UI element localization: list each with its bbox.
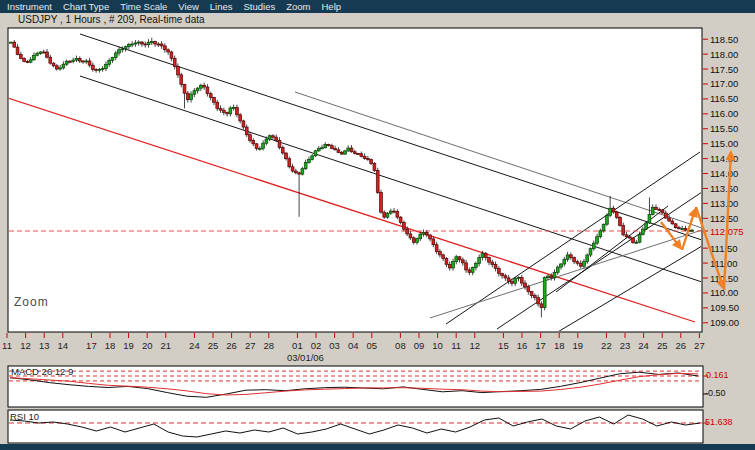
svg-text:27: 27 [245, 340, 256, 351]
zoom-region-label: Zoom [14, 295, 49, 309]
svg-text:116.50: 116.50 [710, 93, 738, 104]
svg-text:109.50: 109.50 [710, 302, 739, 313]
chart-canvas[interactable]: 118.50118.00117.50117.00116.50116.00115.… [0, 0, 755, 450]
time-axis: 11121314171819202124252627280103/01/0602… [2, 333, 705, 363]
chart-title: USDJPY , 1 Hours , # 209, Real-time data [18, 14, 205, 25]
svg-text:25: 25 [208, 340, 219, 351]
svg-text:14: 14 [58, 340, 69, 351]
rsi-current-value: 51.638 [705, 417, 733, 427]
macd-panel[interactable] [8, 366, 703, 407]
svg-text:13: 13 [39, 340, 50, 351]
svg-text:18: 18 [105, 340, 116, 351]
svg-text:109.00: 109.00 [710, 317, 739, 328]
svg-text:08: 08 [395, 340, 406, 351]
month-label: 03/01/06 [287, 352, 324, 363]
svg-text:20: 20 [142, 340, 153, 351]
svg-text:21: 21 [161, 340, 172, 351]
svg-text:03: 03 [329, 340, 340, 351]
menu-item-help[interactable]: Help [321, 0, 341, 13]
svg-text:118.50: 118.50 [710, 34, 738, 45]
svg-text:09: 09 [414, 340, 425, 351]
svg-text:118.00: 118.00 [710, 49, 738, 60]
svg-text:15: 15 [498, 340, 509, 351]
menu-item-studies[interactable]: Studies [244, 0, 276, 13]
menu-bar: InstrumentChart TypeTime ScaleViewLinesS… [0, 0, 755, 13]
svg-text:12: 12 [470, 340, 481, 351]
svg-text:19: 19 [573, 340, 584, 351]
menu-item-time-scale[interactable]: Time Scale [120, 0, 167, 13]
menu-item-zoom[interactable]: Zoom [286, 0, 310, 13]
svg-text:19: 19 [123, 340, 134, 351]
svg-text:113.50: 113.50 [710, 183, 738, 194]
svg-text:26: 26 [676, 340, 687, 351]
macd-current-value: 0.161 [706, 370, 729, 380]
svg-text:12: 12 [20, 340, 31, 351]
svg-text:26: 26 [226, 340, 237, 351]
svg-text:24: 24 [638, 340, 649, 351]
svg-text:25: 25 [657, 340, 668, 351]
chart-application-window: 118.50118.00117.50117.00116.50116.00115.… [0, 0, 755, 450]
svg-text:114.00: 114.00 [710, 168, 738, 179]
menu-item-view[interactable]: View [178, 0, 198, 13]
svg-text:01: 01 [292, 340, 303, 351]
menu-item-instrument[interactable]: Instrument [7, 0, 52, 13]
svg-text:17: 17 [535, 340, 546, 351]
svg-text:117.50: 117.50 [710, 64, 738, 75]
menu-item-chart-type[interactable]: Chart Type [63, 0, 109, 13]
svg-text:117.00: 117.00 [710, 78, 738, 89]
svg-text:04: 04 [348, 340, 359, 351]
svg-text:05: 05 [367, 340, 378, 351]
rsi-study-label: RSI 10 [10, 411, 39, 422]
svg-text:17: 17 [86, 340, 97, 351]
svg-text:113.00: 113.00 [710, 198, 738, 209]
svg-text:16: 16 [517, 340, 528, 351]
svg-text:22: 22 [601, 340, 612, 351]
menu-item-lines[interactable]: Lines [210, 0, 233, 13]
svg-text:115.00: 115.00 [710, 138, 738, 149]
svg-text:24: 24 [189, 340, 200, 351]
svg-text:27: 27 [694, 340, 705, 351]
macd-study-label: MACD 26 12 9 [11, 366, 73, 377]
svg-text:112.50: 112.50 [710, 213, 738, 224]
rsi-panel[interactable] [8, 410, 703, 443]
svg-text:115.50: 115.50 [710, 123, 738, 134]
svg-text:11: 11 [2, 340, 12, 351]
svg-text:11: 11 [451, 340, 461, 351]
svg-text:10: 10 [432, 340, 443, 351]
svg-text:02: 02 [311, 340, 322, 351]
macd-lower-value: -0.50 [705, 388, 726, 398]
svg-text:28: 28 [264, 340, 275, 351]
svg-text:116.00: 116.00 [710, 108, 738, 119]
svg-text:23: 23 [620, 340, 631, 351]
bottom-status-strip [0, 444, 755, 450]
price-chart-panel[interactable] [8, 28, 702, 332]
svg-text:18: 18 [554, 340, 565, 351]
svg-text:111.50: 111.50 [710, 243, 738, 254]
